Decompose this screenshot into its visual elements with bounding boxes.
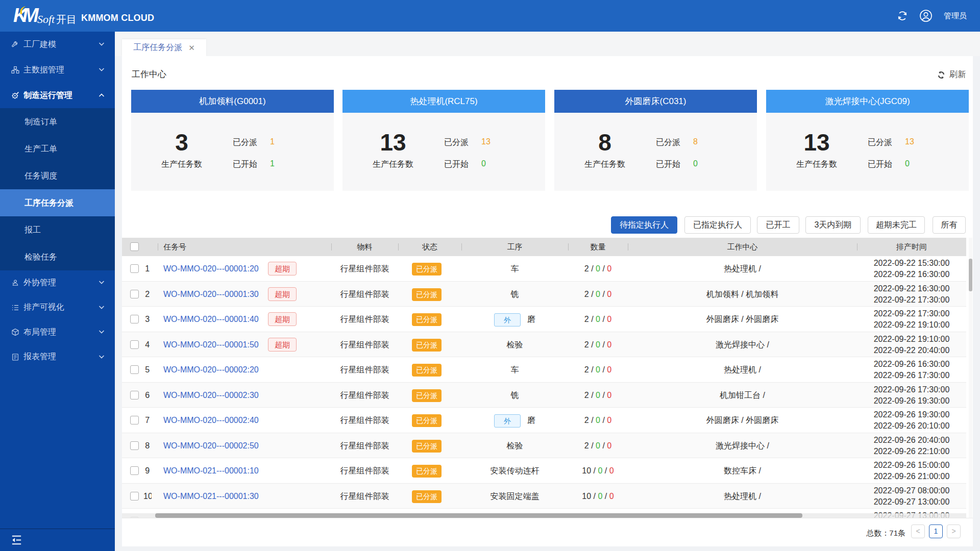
svg-text:Soft: Soft [37, 13, 55, 26]
svg-text:开目: 开目 [56, 14, 77, 25]
